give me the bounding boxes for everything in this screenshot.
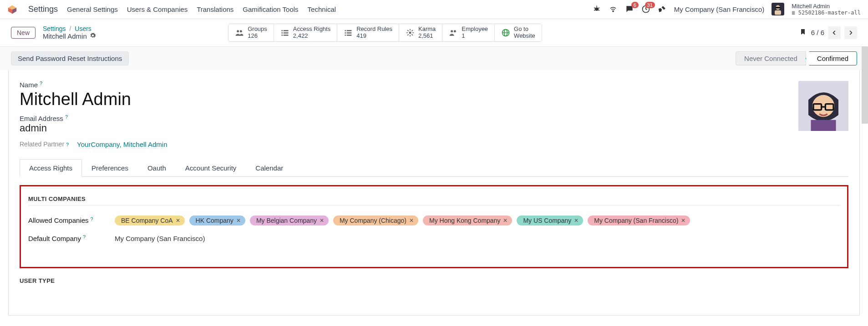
nav-item-general-settings[interactable]: General Settings xyxy=(67,5,118,13)
svg-rect-18 xyxy=(281,30,283,31)
allowed-companies-field[interactable]: BE Company CoA✕HK Company✕My Belgian Com… xyxy=(115,216,690,226)
pager: 6 / 6 xyxy=(811,26,857,39)
breadcrumb-users[interactable]: Users xyxy=(75,25,91,32)
tag-remove-icon[interactable]: ✕ xyxy=(176,217,180,224)
tab-calendar[interactable]: Calendar xyxy=(246,159,293,176)
company-tag-label: My Belgian Company xyxy=(256,217,317,224)
avatar-large[interactable] xyxy=(798,81,848,131)
stat-record-rules[interactable]: Record Rules419 xyxy=(337,24,399,41)
pager-next-button[interactable] xyxy=(844,26,857,39)
email-label: Email Address? xyxy=(20,115,787,122)
company-tag[interactable]: My Company (San Francisco)✕ xyxy=(588,216,690,226)
section-title-multi-companies: MULTI COMPANIES xyxy=(28,196,840,206)
tabs: Access Rights Preferences Oauth Account … xyxy=(20,159,848,177)
svg-point-10 xyxy=(613,11,614,12)
company-tag[interactable]: My Company (Chicago)✕ xyxy=(333,216,418,226)
scrollbar[interactable] xyxy=(862,46,868,124)
messages-icon[interactable]: 6 xyxy=(625,5,634,14)
new-button[interactable]: New xyxy=(11,27,36,39)
svg-point-30 xyxy=(409,31,411,34)
stat-access-rights[interactable]: Access Rights2,422 xyxy=(274,24,337,41)
nav-item-technical[interactable]: Technical xyxy=(308,5,336,13)
help-icon[interactable]: ? xyxy=(91,216,93,222)
email-field[interactable]: admin xyxy=(20,122,787,134)
tab-preferences[interactable]: Preferences xyxy=(82,159,138,176)
nav-item-users-companies[interactable]: Users & Companies xyxy=(127,5,188,13)
wifi-icon[interactable] xyxy=(609,5,618,14)
pager-prev-button[interactable] xyxy=(828,26,841,39)
database-icon: ≣ xyxy=(792,10,795,16)
nav-item-gamification-tools[interactable]: Gamification Tools xyxy=(243,5,298,13)
tag-remove-icon[interactable]: ✕ xyxy=(574,217,579,224)
related-partner-label: Related Partner ? xyxy=(20,140,69,148)
related-partner-link[interactable]: YourCompany, Mitchell Admin xyxy=(77,140,167,148)
tag-remove-icon[interactable]: ✕ xyxy=(320,217,324,224)
svg-point-39 xyxy=(451,30,453,32)
svg-line-36 xyxy=(411,34,413,35)
svg-rect-21 xyxy=(284,32,289,34)
stat-website[interactable]: Go toWebsite xyxy=(495,24,542,41)
svg-rect-15 xyxy=(776,7,781,9)
svg-point-16 xyxy=(237,30,239,32)
svg-point-45 xyxy=(812,95,834,117)
status-bar: Never Connected Confirmed xyxy=(736,51,857,65)
breadcrumb-settings[interactable]: Settings xyxy=(43,25,66,32)
company-tag[interactable]: My US Company✕ xyxy=(517,216,583,226)
svg-rect-23 xyxy=(284,35,289,36)
db-name-label: ≣ 52502186-master-all xyxy=(792,10,861,16)
help-icon[interactable]: ? xyxy=(40,80,42,86)
section-title-user-type: USER TYPE xyxy=(20,277,848,284)
tools-icon[interactable] xyxy=(658,5,667,14)
tab-oauth[interactable]: Oauth xyxy=(138,159,176,176)
groups-icon xyxy=(235,28,244,37)
svg-line-6 xyxy=(594,8,595,9)
user-menu[interactable]: Mitchell Admin ≣ 52502186-master-all xyxy=(792,3,861,16)
tag-remove-icon[interactable]: ✕ xyxy=(681,217,685,224)
help-icon[interactable]: ? xyxy=(66,142,69,147)
company-tag-label: My US Company xyxy=(523,217,571,224)
tag-remove-icon[interactable]: ✕ xyxy=(409,217,414,224)
activities-icon[interactable]: 31 xyxy=(641,5,650,14)
tab-account-security[interactable]: Account Security xyxy=(176,159,246,176)
company-switcher[interactable]: My Company (San Francisco) xyxy=(674,5,764,13)
tag-remove-icon[interactable]: ✕ xyxy=(503,217,508,224)
user-name-label: Mitchell Admin xyxy=(792,3,861,10)
status-never-connected[interactable]: Never Connected xyxy=(736,51,806,65)
stat-karma[interactable]: Karma2,561 xyxy=(399,24,442,41)
avatar-icon[interactable] xyxy=(772,3,784,15)
svg-point-4 xyxy=(595,8,599,11)
tab-access-rights[interactable]: Access Rights xyxy=(20,159,82,177)
send-password-reset-button[interactable]: Send Password Reset Instructions xyxy=(11,51,129,65)
company-tag-label: My Company (Chicago) xyxy=(340,217,406,224)
default-company-field[interactable]: My Company (San Francisco) xyxy=(115,235,205,242)
svg-rect-22 xyxy=(281,35,283,36)
bookmark-icon[interactable] xyxy=(799,27,807,38)
company-tag[interactable]: My Belgian Company✕ xyxy=(250,216,329,226)
company-tag[interactable]: My Hong Kong Company✕ xyxy=(423,216,512,226)
app-name[interactable]: Settings xyxy=(28,5,58,14)
status-confirmed[interactable]: Confirmed xyxy=(806,51,857,65)
svg-rect-29 xyxy=(347,35,352,36)
pager-value[interactable]: 6 / 6 xyxy=(811,29,824,36)
app-logo-icon[interactable] xyxy=(7,5,17,15)
help-icon[interactable]: ? xyxy=(83,234,86,240)
rules-icon xyxy=(344,28,353,37)
svg-line-7 xyxy=(598,8,599,9)
name-field[interactable]: Mitchell Admin xyxy=(20,90,787,109)
company-tag-label: BE Company CoA xyxy=(121,217,173,224)
stat-employee[interactable]: Employee1 xyxy=(442,24,495,41)
company-tag[interactable]: HK Company✕ xyxy=(189,216,245,226)
company-tag[interactable]: BE Company CoA✕ xyxy=(115,216,185,226)
nav-item-translations[interactable]: Translations xyxy=(197,5,233,13)
tag-remove-icon[interactable]: ✕ xyxy=(236,217,241,224)
breadcrumb: Settings / Users Mitchell Admin xyxy=(43,25,96,41)
svg-rect-49 xyxy=(811,120,836,131)
globe-icon xyxy=(501,28,510,37)
form-sheet: Name? Mitchell Admin Email Address? admi… xyxy=(8,70,860,316)
stat-groups[interactable]: Groups126 xyxy=(228,24,274,41)
svg-rect-20 xyxy=(281,32,283,34)
bug-icon[interactable] xyxy=(592,5,601,14)
help-icon[interactable]: ? xyxy=(65,114,68,120)
employee-icon xyxy=(449,28,458,37)
gear-icon[interactable] xyxy=(90,32,96,40)
